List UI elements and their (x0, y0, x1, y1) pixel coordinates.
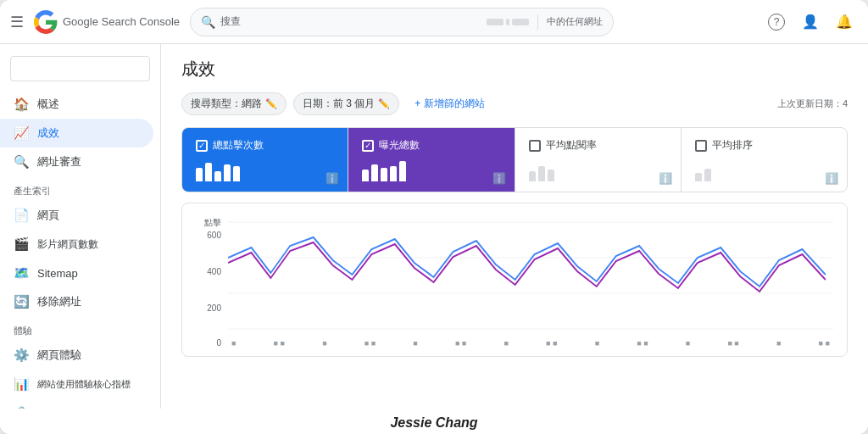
filter-date[interactable]: 日期：前 3 個月 ✏️ (293, 92, 399, 115)
card-title-position: 平均排序 (712, 138, 753, 153)
sidebar-item-video-pages[interactable]: 🎬 影片網頁數數 (0, 230, 153, 259)
metric-card-position[interactable]: 平均排序 ℹ️ (682, 128, 847, 192)
help-button[interactable]: ? (763, 8, 790, 36)
bar (362, 170, 369, 181)
sidebar-item-pages[interactable]: 📄 網頁 (0, 201, 153, 230)
bar (704, 169, 711, 181)
last-updated-text: 上次更新日期：4 (777, 97, 848, 110)
app-title: Google Search Console (63, 15, 180, 29)
sidebar-label-core-vitals: 網站使用體驗核心指標 (37, 378, 131, 391)
sidebar-item-overview[interactable]: 🏠 概述 (0, 90, 153, 119)
bar (399, 161, 406, 181)
sidebar-item-core-vitals[interactable]: 📊 網站使用體驗核心指標 (0, 370, 153, 398)
card-header-ctr: 平均點閱率 (529, 138, 667, 153)
sidebar-item-remove-url[interactable]: 🔄 移除網址 (0, 287, 153, 316)
notification-button[interactable]: 🔔 (831, 8, 858, 36)
sidebar-item-https[interactable]: 🔒 HTTPS (0, 398, 153, 409)
sidebar-item-page-experience[interactable]: ⚙️ 網頁體驗 (0, 341, 153, 370)
checkbox-impressions[interactable] (362, 140, 374, 152)
bar (529, 171, 536, 181)
sidebar-search[interactable] (10, 56, 150, 81)
card-header-impressions: 曝光總數 (362, 138, 500, 153)
card-title-impressions: 曝光總數 (379, 138, 420, 153)
chart-y-label: 點擊 (204, 217, 221, 229)
y-0: 0 (216, 338, 221, 348)
x-tick: ■ ■ (546, 339, 557, 348)
checkbox-position[interactable] (695, 140, 707, 152)
sidebar-section-experience: 體驗 (0, 316, 160, 341)
card-title-clicks: 總點擊次數 (213, 138, 264, 153)
x-tick: ■ (504, 339, 508, 348)
logo-area: Google Search Console (34, 10, 180, 34)
card-header-clicks: 總點擊次數 (196, 138, 334, 153)
bar (381, 168, 387, 181)
sitemap-icon: 🗺️ (14, 265, 29, 281)
sidebar-label-performance: 成效 (37, 125, 59, 141)
checkbox-ctr[interactable] (529, 140, 541, 152)
x-tick: ■ (322, 339, 326, 348)
sidebar-item-sitemap[interactable]: 🗺️ Sitemap (0, 259, 153, 287)
home-icon: 🏠 (14, 97, 29, 112)
sidebar-label-overview: 概述 (37, 97, 59, 112)
account-icon: 👤 (802, 14, 819, 30)
sidebar-item-performance[interactable]: 📈 成效 (0, 119, 153, 147)
account-button[interactable]: 👤 (797, 8, 824, 36)
metric-card-impressions[interactable]: 曝光總數 ℹ️ (348, 128, 515, 192)
page-title: 成效 (181, 58, 848, 81)
experience-icon: ⚙️ (14, 348, 29, 363)
bar (224, 164, 231, 181)
bottom-credit: Jessie Chang (0, 409, 868, 434)
add-filter-button[interactable]: + 新增篩的網站 (406, 93, 492, 114)
x-tick: ■ (776, 339, 781, 348)
x-tick: ■ ■ (274, 339, 285, 348)
bar (205, 163, 212, 181)
y-200: 200 (207, 303, 221, 313)
bar (214, 171, 221, 181)
x-tick: ■ ■ (727, 339, 738, 348)
checkbox-clicks[interactable] (196, 140, 208, 152)
x-tick: ■ (686, 339, 690, 348)
card-title-ctr: 平均點閱率 (546, 138, 597, 153)
x-tick: ■ (231, 339, 236, 348)
main-content: 🏠 概述 📈 成效 🔍 網址審查 產生索引 📄 網頁 🎬 影片網頁數數 (0, 44, 868, 409)
card-header-position: 平均排序 (695, 138, 833, 153)
vitals-icon: 📊 (14, 376, 29, 392)
filter-search-type[interactable]: 搜尋類型：網路 ✏️ (181, 92, 287, 115)
filter-date-label: 日期：前 3 個月 (303, 97, 375, 111)
blue-line (228, 237, 826, 287)
metric-card-clicks[interactable]: 總點擊次數 ℹ️ (182, 128, 348, 192)
info-icon-position[interactable]: ℹ️ (825, 172, 838, 185)
top-bar-actions: ? 👤 🔔 (763, 8, 858, 36)
info-icon-clicks[interactable]: ℹ️ (326, 172, 339, 185)
page-area: 成效 搜尋類型：網路 ✏️ 日期：前 3 個月 ✏️ + 新增篩的網站 上次更新… (161, 44, 868, 409)
credit-text: Jessie Chang (390, 415, 477, 430)
y-600: 600 (207, 231, 221, 240)
menu-icon[interactable]: ☰ (10, 13, 24, 31)
info-icon-ctr[interactable]: ℹ️ (659, 172, 672, 185)
metric-bars-ctr (529, 158, 667, 181)
sidebar-item-url-inspection[interactable]: 🔍 網址審查 (0, 147, 153, 176)
search-url-hint: 中的任何網址 (547, 15, 603, 28)
search-bar[interactable]: 🔍 搜查 中的任何網址 (190, 8, 614, 36)
filter-search-type-label: 搜尋類型：網路 (191, 97, 262, 111)
x-tick: ■ (595, 339, 599, 348)
metric-card-ctr[interactable]: 平均點閱率 ℹ️ (515, 128, 682, 192)
bar (548, 170, 554, 181)
inspection-icon: 🔍 (14, 154, 29, 170)
y-400: 400 (207, 267, 221, 276)
performance-chart (228, 214, 833, 332)
bar (538, 166, 545, 181)
chart-area: 點擊 600 400 200 0 (181, 203, 848, 357)
sidebar-label-sitemap: Sitemap (37, 267, 78, 280)
info-icon-impressions[interactable]: ℹ️ (492, 172, 506, 185)
search-divider (537, 14, 538, 30)
bar (695, 173, 702, 181)
google-logo-icon (34, 10, 58, 34)
sidebar-label-video-pages: 影片網頁數數 (37, 237, 98, 252)
bar (390, 166, 397, 181)
metric-cards: 總點擊次數 ℹ️ 曝光總數 (181, 127, 848, 192)
sidebar-label-page-experience: 網頁體驗 (37, 348, 81, 363)
search-input[interactable]: 搜查 (220, 14, 481, 29)
bar (233, 166, 240, 181)
video-icon: 🎬 (14, 236, 29, 252)
